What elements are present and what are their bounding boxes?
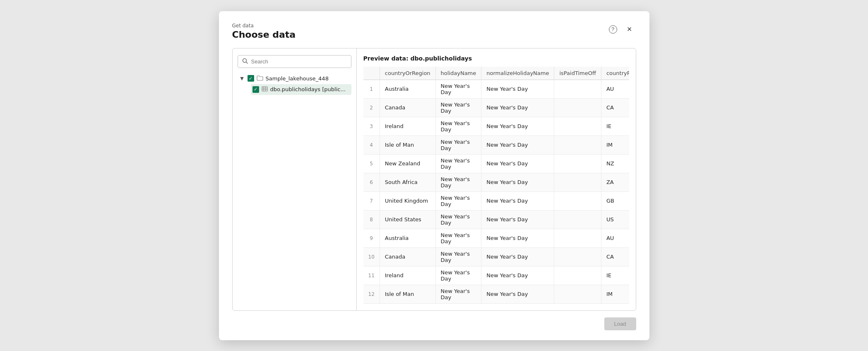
cell-isPaidTimeOff bbox=[554, 98, 601, 117]
cell-countryRegionCode: GB bbox=[601, 191, 629, 210]
cell-countryRegionCode: US bbox=[601, 210, 629, 229]
page-title: Choose data bbox=[232, 29, 296, 40]
cell-normalizeHolidayName: New Year's Day bbox=[481, 285, 554, 303]
cell-normalizeHolidayName: New Year's Day bbox=[481, 136, 554, 154]
cell-holidayName: New Year's Day bbox=[435, 191, 481, 210]
cell-countryRegionCode: IM bbox=[601, 136, 629, 154]
table-row: 9AustraliaNew Year's DayNew Year's DayAU bbox=[363, 229, 629, 247]
cell-countryRegionCode: IE bbox=[601, 266, 629, 285]
cell-holidayName: New Year's Day bbox=[435, 117, 481, 136]
tree-child-area: dbo.publicholidays [public... bbox=[251, 84, 351, 95]
cell-holidayName: New Year's Day bbox=[435, 229, 481, 247]
table-row: 5New ZealandNew Year's DayNew Year's Day… bbox=[363, 154, 629, 173]
table-row: 8United StatesNew Year's DayNew Year's D… bbox=[363, 210, 629, 229]
tree-item-lakehouse[interactable]: ▼ Sample_lakehouse_448 bbox=[238, 73, 351, 84]
table-row: 7United KingdomNew Year's DayNew Year's … bbox=[363, 191, 629, 210]
preview-table: countryOrRegion holidayName normalizeHol… bbox=[363, 67, 629, 304]
table-label: dbo.publicholidays [public... bbox=[270, 86, 346, 92]
cell-holidayName: New Year's Day bbox=[435, 285, 481, 303]
help-icon: ? bbox=[609, 25, 617, 34]
cell-normalizeHolidayName: New Year's Day bbox=[481, 117, 554, 136]
cell-normalizeHolidayName: New Year's Day bbox=[481, 80, 554, 98]
left-panel: ▼ Sample_lakehouse_448 bbox=[233, 48, 357, 310]
choose-data-dialog: Get data Choose data ? × bbox=[219, 11, 649, 340]
cell-holidayName: New Year's Day bbox=[435, 173, 481, 191]
cell-countryOrRegion: Australia bbox=[380, 229, 435, 247]
table-row: 2CanadaNew Year's DayNew Year's DayCA bbox=[363, 98, 629, 117]
chevron-down-icon: ▼ bbox=[239, 76, 245, 81]
close-button[interactable]: × bbox=[623, 23, 636, 36]
cell-normalizeHolidayName: New Year's Day bbox=[481, 154, 554, 173]
table-row: 11IrelandNew Year's DayNew Year's DayIE bbox=[363, 266, 629, 285]
cell-countryRegionCode: IM bbox=[601, 285, 629, 303]
cell-holidayName: New Year's Day bbox=[435, 154, 481, 173]
cell-normalizeHolidayName: New Year's Day bbox=[481, 210, 554, 229]
cell-holidayName: New Year's Day bbox=[435, 266, 481, 285]
cell-holidayName: New Year's Day bbox=[435, 98, 481, 117]
table-row: 3IrelandNew Year's DayNew Year's DayIE bbox=[363, 117, 629, 136]
cell-normalizeHolidayName: New Year's Day bbox=[481, 98, 554, 117]
cell-rownum: 7 bbox=[363, 191, 380, 210]
col-holidayName: holidayName bbox=[435, 67, 481, 80]
header-icons: ? × bbox=[606, 23, 636, 36]
search-input[interactable] bbox=[251, 58, 347, 65]
cell-isPaidTimeOff bbox=[554, 154, 601, 173]
cell-isPaidTimeOff bbox=[554, 229, 601, 247]
cell-countryOrRegion: Australia bbox=[380, 80, 435, 98]
header-left: Get data Choose data bbox=[232, 23, 296, 40]
table-body: 1AustraliaNew Year's DayNew Year's DayAU… bbox=[363, 80, 629, 303]
cell-rownum: 2 bbox=[363, 98, 380, 117]
cell-countryRegionCode: AU bbox=[601, 80, 629, 98]
cell-countryOrRegion: Canada bbox=[380, 98, 435, 117]
cell-countryRegionCode: CA bbox=[601, 98, 629, 117]
load-button[interactable]: Load bbox=[604, 317, 636, 330]
cell-holidayName: New Year's Day bbox=[435, 247, 481, 266]
cell-normalizeHolidayName: New Year's Day bbox=[481, 173, 554, 191]
col-countryOrRegion: countryOrRegion bbox=[380, 67, 435, 80]
tree-area: ▼ Sample_lakehouse_448 bbox=[238, 73, 351, 304]
cell-countryRegionCode: CA bbox=[601, 247, 629, 266]
cell-isPaidTimeOff bbox=[554, 210, 601, 229]
cell-rownum: 11 bbox=[363, 266, 380, 285]
cell-rownum: 6 bbox=[363, 173, 380, 191]
svg-rect-2 bbox=[262, 87, 267, 91]
cell-rownum: 4 bbox=[363, 136, 380, 154]
right-panel: Preview data: dbo.publicholidays country… bbox=[357, 48, 636, 310]
cell-holidayName: New Year's Day bbox=[435, 80, 481, 98]
lakehouse-checkbox[interactable] bbox=[248, 75, 254, 82]
col-countryRegionCode: countryRegionCode bbox=[601, 67, 629, 80]
table-row: 12Isle of ManNew Year's DayNew Year's Da… bbox=[363, 285, 629, 303]
cell-rownum: 12 bbox=[363, 285, 380, 303]
help-button[interactable]: ? bbox=[606, 23, 620, 36]
cell-normalizeHolidayName: New Year's Day bbox=[481, 247, 554, 266]
cell-isPaidTimeOff bbox=[554, 80, 601, 98]
data-table-wrapper[interactable]: countryOrRegion holidayName normalizeHol… bbox=[363, 67, 629, 304]
col-normalizeHolidayName: normalizeHolidayName bbox=[481, 67, 554, 80]
table-icon bbox=[262, 86, 268, 93]
cell-countryRegionCode: ZA bbox=[601, 173, 629, 191]
table-row: 10CanadaNew Year's DayNew Year's DayCA bbox=[363, 247, 629, 266]
lakehouse-label: Sample_lakehouse_448 bbox=[266, 75, 329, 82]
cell-rownum: 5 bbox=[363, 154, 380, 173]
cell-holidayName: New Year's Day bbox=[435, 210, 481, 229]
cell-countryOrRegion: Isle of Man bbox=[380, 136, 435, 154]
cell-countryOrRegion: Isle of Man bbox=[380, 285, 435, 303]
svg-line-1 bbox=[246, 62, 248, 63]
cell-holidayName: New Year's Day bbox=[435, 136, 481, 154]
cell-rownum: 1 bbox=[363, 80, 380, 98]
get-data-label: Get data bbox=[232, 23, 296, 29]
cell-isPaidTimeOff bbox=[554, 173, 601, 191]
cell-normalizeHolidayName: New Year's Day bbox=[481, 229, 554, 247]
tree-item-table[interactable]: dbo.publicholidays [public... bbox=[251, 84, 351, 95]
folder-icon bbox=[257, 75, 263, 82]
table-header-row: countryOrRegion holidayName normalizeHol… bbox=[363, 67, 629, 80]
cell-countryOrRegion: United Kingdom bbox=[380, 191, 435, 210]
cell-countryRegionCode: NZ bbox=[601, 154, 629, 173]
table-checkbox[interactable] bbox=[252, 86, 259, 93]
col-rownum bbox=[363, 67, 380, 80]
search-box[interactable] bbox=[238, 55, 351, 68]
cell-normalizeHolidayName: New Year's Day bbox=[481, 191, 554, 210]
dialog-footer: Load bbox=[232, 317, 636, 330]
cell-countryOrRegion: Ireland bbox=[380, 117, 435, 136]
table-row: 6South AfricaNew Year's DayNew Year's Da… bbox=[363, 173, 629, 191]
